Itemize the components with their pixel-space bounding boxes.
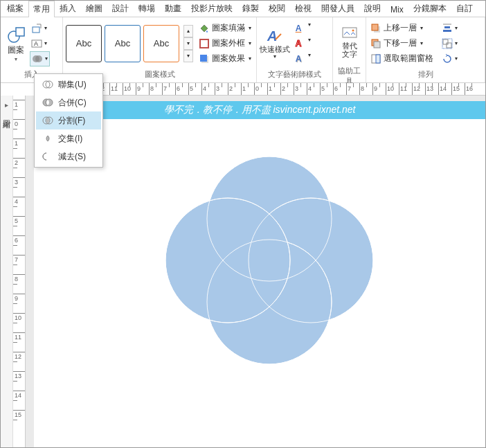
send-backward-label: 下移一層 [384, 37, 417, 49]
shape-outline-button[interactable]: 圖案外框▾ [197, 36, 253, 51]
shape-fill-button[interactable]: 圖案填滿▾ [197, 21, 253, 36]
textbox-icon: A [31, 38, 42, 49]
bring-forward-button[interactable]: 上移一層▾ [369, 21, 435, 36]
tab-help[interactable]: 說明 [359, 0, 386, 17]
ribbon-tabs: 檔案 常用 插入 繪圖 設計 轉場 動畫 投影片放映 錄製 校閱 檢視 開發人員… [1, 1, 485, 17]
chevron-down-icon: ▾ [15, 56, 17, 62]
edit-shape-button[interactable]: ▾ [30, 21, 50, 36]
selection-pane-button[interactable]: 選取範圍窗格 [369, 51, 435, 66]
menu-union[interactable]: 聯集(U) [36, 75, 101, 93]
quick-styles-button[interactable]: A 快速樣式▾ [260, 21, 290, 66]
wordart-icon: A [266, 27, 284, 45]
svg-rect-22 [443, 39, 448, 44]
svg-rect-7 [200, 39, 208, 48]
tab-developer[interactable]: 開發人員 [316, 0, 359, 17]
merge-shapes-menu: 聯集(U) 合併(C) 分割(F) 交集(I) 減去(S) [34, 73, 103, 168]
shape-tools-column: ▾ A▾ ▾ [30, 21, 50, 66]
menu-subtract[interactable]: 減去(S) [36, 147, 101, 165]
selection-pane-label: 選取範圍窗格 [384, 53, 433, 64]
send-backward-icon [370, 38, 381, 49]
fragment-icon [42, 114, 54, 127]
svg-rect-18 [376, 55, 380, 63]
fill-icon [199, 23, 210, 34]
menu-fragment-label: 分割(F) [58, 115, 85, 127]
menu-fragment[interactable]: 分割(F) [36, 111, 101, 129]
intersect-icon [42, 132, 54, 145]
tab-transitions[interactable]: 轉場 [134, 0, 160, 17]
text-box-button[interactable]: A▾ [30, 36, 50, 51]
outline-icon [199, 38, 210, 49]
shapes-label: 圖案 [8, 44, 24, 56]
group-label-wordart: 文字藝術師樣式 [260, 68, 330, 81]
union-icon [42, 78, 54, 91]
text-effects-button[interactable]: A [291, 52, 305, 66]
shape-effects-button[interactable]: 圖案效果▾ [197, 51, 253, 66]
tab-mix[interactable]: Mix [386, 2, 408, 17]
gallery-up-button[interactable]: ▴ [183, 25, 193, 37]
group-button[interactable]: ▾ [440, 36, 459, 51]
group-icon [442, 38, 453, 49]
group-arrange: 上移一層▾ 下移一層▾ 選取範圍窗格 ▾ ▾ ▾ 排列 [366, 17, 485, 82]
group-insert-shapes: 圖案 ▾ ▾ A▾ ▾ 插入 [1, 17, 63, 82]
tab-custom[interactable]: 自訂 [451, 0, 478, 17]
menu-union-label: 聯集(U) [58, 79, 87, 91]
group-accessibility: 替代 文字 協助工具 [333, 17, 366, 82]
tab-storyboard[interactable]: 分鏡腳本 [408, 0, 451, 17]
svg-rect-14 [372, 24, 378, 30]
merge-shapes-icon [32, 53, 43, 64]
tab-insert[interactable]: 插入 [55, 0, 81, 17]
svg-rect-1 [16, 28, 24, 36]
alt-text-button[interactable]: 替代 文字 [336, 19, 363, 64]
quick-styles-label: 快速樣式 [260, 45, 290, 53]
tab-review[interactable]: 校閱 [264, 0, 290, 17]
svg-rect-2 [33, 27, 39, 33]
group-shape-styles: Abc Abc Abc ▴ ▾ ▾ 圖案填滿▾ 圖案外框▾ 圖案效果▾ 圖案樣式 [63, 17, 257, 82]
alt-text-label: 替代 文字 [342, 42, 357, 58]
menu-combine-label: 合併(C) [58, 97, 87, 109]
tab-slideshow[interactable]: 投影片放映 [186, 0, 237, 17]
tab-file[interactable]: 檔案 [2, 0, 28, 17]
shape-fill-label: 圖案填滿 [212, 22, 245, 34]
shape-style-gallery[interactable]: Abc Abc Abc ▴ ▾ ▾ [66, 25, 193, 62]
fragmented-shape[interactable] [152, 143, 387, 378]
svg-rect-9 [200, 55, 207, 62]
text-fill-button[interactable]: A [291, 21, 305, 35]
group-label-arrange: 排列 [369, 68, 482, 81]
shape-effects-label: 圖案效果 [212, 53, 245, 64]
bring-forward-label: 上移一層 [384, 22, 417, 34]
svg-rect-23 [447, 43, 451, 48]
gallery-down-button[interactable]: ▾ [183, 37, 193, 50]
svg-text:A: A [267, 28, 277, 44]
style-preset-3[interactable]: Abc [143, 25, 179, 62]
tab-draw[interactable]: 繪圖 [81, 0, 107, 17]
menu-combine[interactable]: 合併(C) [36, 93, 101, 111]
rotate-button[interactable]: ▾ [440, 51, 459, 66]
tab-home[interactable]: 常用 [28, 1, 55, 17]
style-preset-2[interactable]: Abc [105, 25, 141, 62]
alt-text-icon [341, 25, 358, 42]
align-icon [442, 23, 453, 34]
shape-outline-label: 圖案外框 [212, 37, 245, 49]
menu-subtract-label: 減去(S) [58, 151, 86, 163]
tab-record[interactable]: 錄製 [237, 0, 264, 17]
combine-icon [42, 96, 54, 109]
svg-point-12 [352, 29, 354, 31]
thumbnails-panel-collapsed[interactable]: ▸ 縮圖 [1, 96, 13, 447]
tab-view[interactable]: 檢視 [290, 0, 316, 17]
tab-design[interactable]: 設計 [107, 0, 134, 17]
align-button[interactable]: ▾ [440, 21, 459, 36]
style-preset-1[interactable]: Abc [66, 25, 102, 62]
shapes-button[interactable]: 圖案 ▾ [3, 21, 28, 66]
text-outline-button[interactable]: A [291, 37, 305, 51]
gallery-more-button[interactable]: ▾ [183, 50, 193, 62]
rotate-icon [442, 53, 453, 64]
effects-icon [199, 53, 210, 64]
expand-chevron-icon[interactable]: ▸ [5, 101, 8, 109]
menu-intersect[interactable]: 交集(I) [36, 129, 101, 147]
shapes-icon [6, 25, 26, 44]
tab-animations[interactable]: 動畫 [160, 0, 186, 17]
svg-rect-11 [343, 28, 357, 37]
merge-shapes-button[interactable]: ▾ [30, 51, 50, 66]
send-backward-button[interactable]: 下移一層▾ [369, 36, 435, 51]
svg-rect-21 [443, 30, 451, 32]
